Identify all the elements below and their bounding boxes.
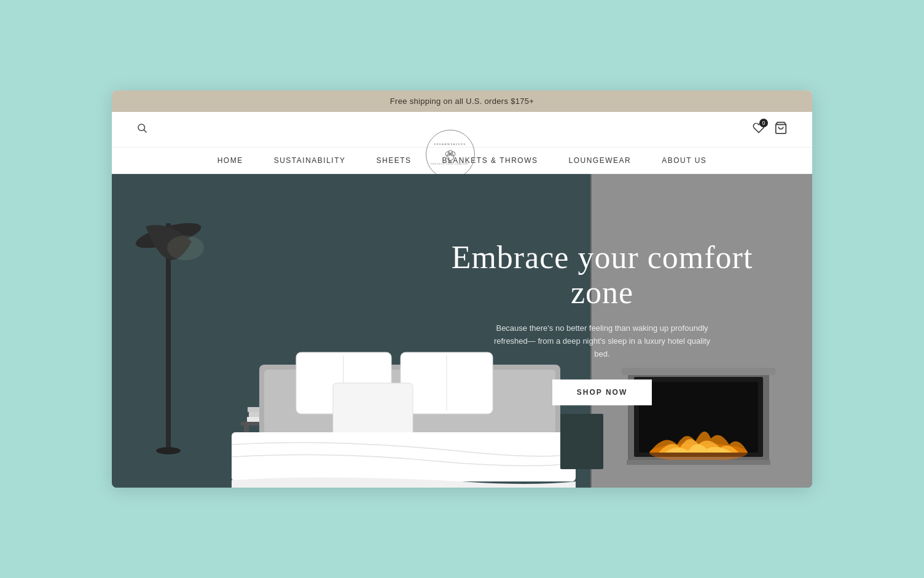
svg-point-5 <box>448 151 452 155</box>
wishlist-badge: 0 <box>759 119 768 127</box>
svg-point-0 <box>138 124 145 131</box>
svg-rect-34 <box>232 432 576 481</box>
carousel-dot-3[interactable] <box>472 468 478 474</box>
logo[interactable]: DREAMWEAVERS PROTECT YOUR COMFORT <box>426 130 475 179</box>
wishlist-button[interactable]: 0 <box>753 122 765 137</box>
svg-rect-35 <box>560 414 603 469</box>
svg-point-15 <box>156 447 181 454</box>
shop-now-button[interactable]: SHOP NOW <box>552 379 652 405</box>
header-left <box>136 122 147 137</box>
search-button[interactable] <box>136 122 147 137</box>
logo-cotton-icon <box>442 146 459 163</box>
nav-item-sustainability[interactable]: SUSTAINABILITY <box>274 156 346 165</box>
cart-button[interactable] <box>774 121 788 138</box>
nav-item-about-us[interactable]: ABOUT US <box>662 156 707 165</box>
carousel-dot-2[interactable] <box>460 468 466 474</box>
svg-line-1 <box>144 130 146 132</box>
header: DREAMWEAVERS PROTECT YOUR COMFORT 0 <box>112 112 812 147</box>
carousel-dots <box>446 468 478 475</box>
nav-item-home[interactable]: HOME <box>217 156 243 165</box>
hero-subtitle: Because there's no better feeling than w… <box>485 323 719 361</box>
nav-item-loungewear[interactable]: LOUNGEWEAR <box>569 156 632 165</box>
nav-item-sheets[interactable]: SHEETS <box>377 156 412 165</box>
carousel-dot-1[interactable] <box>446 468 453 475</box>
svg-rect-41 <box>627 460 770 465</box>
hero-section: Embrace your comfort zone Because there'… <box>112 174 812 488</box>
hero-content: Embrace your comfort zone Because there'… <box>427 240 777 405</box>
logo-tagline: PROTECT YOUR COMFORT <box>431 163 469 165</box>
svg-rect-32 <box>333 383 413 438</box>
browser-window: Free shipping on all U.S. orders $175+ D… <box>112 90 812 488</box>
header-right: 0 <box>753 121 788 138</box>
announcement-text: Free shipping on all U.S. orders $175+ <box>390 97 534 106</box>
hero-title: Embrace your comfort zone <box>427 240 777 310</box>
announcement-bar: Free shipping on all U.S. orders $175+ <box>112 90 812 112</box>
svg-point-16 <box>167 236 204 260</box>
